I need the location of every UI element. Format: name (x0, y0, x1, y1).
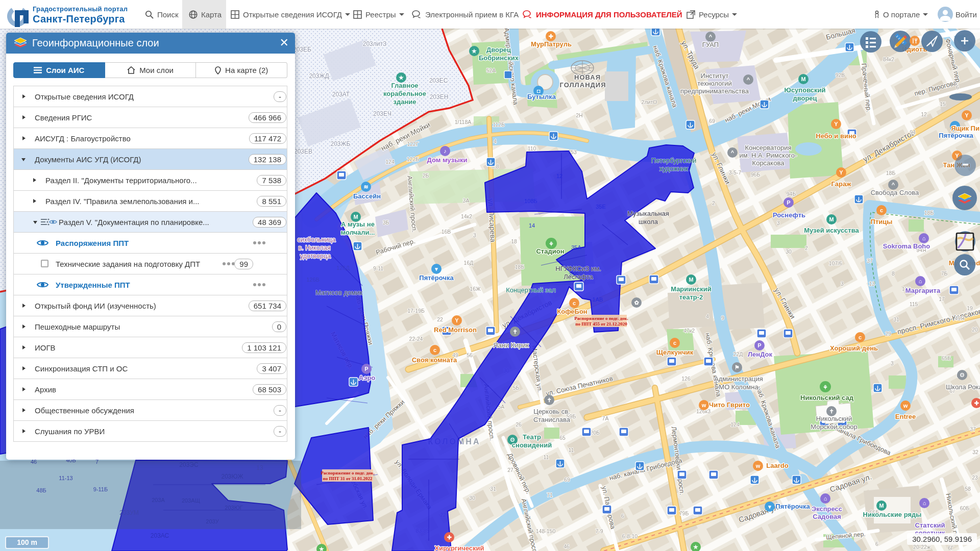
svg-text:Laardo: Laardo (766, 462, 788, 469)
svg-text:112Б: 112Б (493, 121, 505, 128)
svg-text:11: 11 (544, 454, 549, 460)
svg-text:3-5-7: 3-5-7 (729, 169, 742, 176)
svg-text:3: 3 (473, 232, 476, 238)
svg-text:Матисов домик: Матисов домик (315, 289, 363, 296)
svg-text:Никольский сад: Никольский сад (800, 394, 854, 402)
svg-text:65Б: 65Б (942, 355, 951, 361)
svg-text:6: 6 (621, 513, 624, 519)
svg-text:2литО: 2литО (642, 99, 657, 105)
svg-text:^: ^ (892, 182, 895, 188)
svg-text:Своя комната: Своя комната (412, 356, 457, 364)
svg-text:здание: здание (393, 98, 416, 106)
svg-text:35Е: 35Е (596, 204, 606, 210)
svg-text:сихбольница: сихбольница (298, 236, 336, 243)
svg-text:Роснефть: Роснефть (773, 211, 805, 219)
svg-text:2Н: 2Н (576, 112, 582, 118)
svg-text:✝: ✝ (829, 408, 834, 414)
svg-text:w: w (903, 403, 908, 409)
svg-text:✚: ✚ (548, 33, 553, 39)
svg-text:203ЖД: 203ЖД (309, 72, 329, 80)
svg-text:79Б: 79Б (679, 510, 689, 516)
svg-text:122Г: 122Г (407, 141, 419, 147)
svg-text:20: 20 (972, 327, 978, 333)
svg-text:4: 4 (494, 138, 497, 144)
svg-text:Птицы: Птицы (871, 218, 893, 226)
svg-text:7-9: 7-9 (595, 528, 603, 534)
svg-text:★: ★ (319, 546, 324, 551)
svg-text:1АВ: 1АВ (593, 296, 603, 303)
svg-text:13: 13 (869, 281, 875, 287)
svg-text:60Б: 60Б (960, 505, 970, 511)
svg-text:Станислава: Станислава (533, 416, 571, 423)
svg-text:КофеБон: КофеБон (557, 308, 587, 315)
svg-text:w: w (755, 463, 761, 469)
svg-text:19: 19 (967, 305, 973, 311)
svg-text:31: 31 (490, 486, 496, 492)
svg-text:2Б: 2Б (423, 172, 429, 179)
svg-text:47к2: 47к2 (683, 328, 695, 334)
svg-text:18Б: 18Б (515, 264, 525, 270)
svg-text:203литЗ: 203литЗ (363, 40, 386, 47)
svg-text:52А: 52А (486, 67, 496, 73)
svg-text:Свобода Слова: Свобода Слова (871, 189, 919, 196)
svg-text:6: 6 (875, 541, 878, 547)
svg-text:35А: 35А (571, 244, 581, 251)
svg-text:Пятёрочка: Пятёрочка (939, 132, 973, 139)
svg-text:Чито Гврито: Чито Гврито (709, 401, 750, 409)
svg-text:9-11: 9-11 (373, 265, 383, 271)
svg-text:предпринимательства: предпринимательства (680, 87, 749, 95)
svg-text:Лесгафта: Лесгафта (564, 273, 593, 281)
svg-text:А музы не: А музы не (341, 220, 375, 228)
svg-text:22-24: 22-24 (409, 336, 423, 342)
svg-text:Red Morrison: Red Morrison (434, 326, 477, 334)
svg-text:37: 37 (970, 426, 976, 432)
svg-text:12: 12 (556, 173, 562, 179)
svg-text:Entree: Entree (895, 413, 916, 420)
svg-text:Y: Y (455, 317, 459, 323)
svg-text:c: c (880, 207, 883, 213)
svg-text:46: 46 (564, 543, 570, 549)
svg-text:6Г: 6Г (948, 545, 954, 551)
svg-text:3Б: 3Б (383, 219, 389, 226)
svg-text:Y: Y (965, 112, 969, 118)
svg-text:7Б: 7Б (941, 270, 948, 277)
svg-text:22: 22 (437, 316, 443, 322)
svg-text:96Б: 96Б (751, 171, 761, 178)
svg-text:ГУАП: ГУАП (702, 41, 719, 48)
svg-text:203ЕЧ: 203ЕЧ (373, 110, 391, 117)
svg-text:31: 31 (893, 316, 899, 322)
svg-text:Хирургический: Хирургический (434, 544, 484, 551)
svg-text:22Д: 22Д (733, 351, 743, 357)
svg-text:1/118А: 1/118А (455, 119, 472, 125)
svg-text:18: 18 (511, 238, 517, 244)
svg-text:58: 58 (965, 486, 971, 492)
svg-text:Аэро: Аэро (359, 374, 376, 382)
svg-text:Sokroma Boho: Sokroma Boho (883, 242, 930, 250)
svg-text:30: 30 (469, 495, 475, 501)
svg-text:32: 32 (972, 449, 978, 455)
svg-text:Концертный зал: Концертный зал (506, 286, 556, 294)
svg-text:203ЕБ: 203ЕБ (293, 46, 311, 53)
svg-text:Театр: Театр (523, 433, 541, 441)
svg-text:Никольские ряды: Никольские ряды (863, 511, 922, 518)
svg-text:6: 6 (956, 84, 959, 90)
svg-text:14: 14 (529, 222, 535, 229)
svg-text:203ЖБ: 203ЖБ (331, 140, 351, 147)
svg-text:203ЕС: 203ЕС (429, 77, 448, 84)
svg-text:Y: Y (839, 169, 843, 176)
svg-text:▾: ▾ (768, 504, 771, 510)
svg-text:P: P (364, 366, 368, 372)
svg-text:Распоряжение о подг. док.: Распоряжение о подг. док. (321, 470, 374, 475)
svg-text:94: 94 (910, 129, 916, 135)
svg-text:2: 2 (805, 245, 808, 251)
svg-text:им. Н.А. Римского-: им. Н.А. Римского- (740, 152, 797, 159)
svg-text:Институт: Институт (701, 72, 729, 80)
svg-text:8: 8 (892, 270, 895, 277)
svg-text:НОВАЯ: НОВАЯ (574, 73, 601, 81)
svg-text:Распоряжение о подг. док.: Распоряжение о подг. док. (574, 316, 628, 321)
svg-text:⌂: ⌂ (824, 495, 827, 502)
svg-text:16В: 16В (442, 229, 451, 235)
svg-text:148-150: 148-150 (536, 528, 556, 534)
svg-text:71: 71 (547, 492, 553, 498)
svg-text:Статский: Статский (915, 521, 945, 529)
